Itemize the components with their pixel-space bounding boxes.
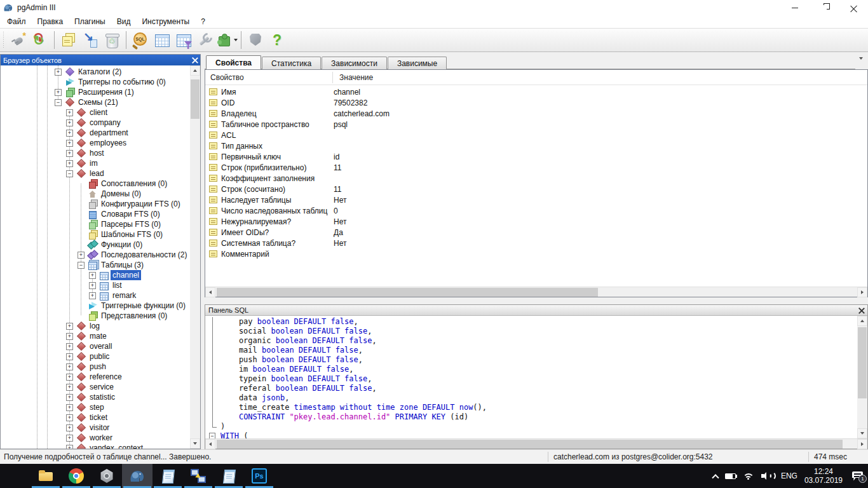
- scrollbar-thumb[interactable]: [217, 440, 843, 449]
- column-header-property[interactable]: Свойство: [210, 72, 333, 83]
- property-row[interactable]: Коэффициент заполнения: [205, 173, 867, 184]
- property-row[interactable]: Число наследованных таблиц0: [205, 205, 867, 216]
- collapse-icon[interactable]: −: [55, 99, 62, 106]
- tree-item[interactable]: +mate: [1, 331, 190, 341]
- tree-item[interactable]: +visitor: [1, 423, 190, 433]
- scrollbar-track[interactable]: [215, 439, 857, 449]
- battery-icon[interactable]: [725, 473, 736, 479]
- toolbar-maintenance-button[interactable]: [194, 30, 216, 50]
- tree-item[interactable]: Триггерные функции (0): [1, 301, 190, 311]
- pgadmin-taskbar-button[interactable]: [122, 464, 153, 488]
- expand-icon[interactable]: +: [66, 343, 73, 350]
- tree-item[interactable]: Функции (0): [1, 240, 190, 250]
- expand-icon[interactable]: +: [66, 160, 73, 167]
- collapse-icon[interactable]: −: [66, 170, 73, 177]
- scrollbar-track[interactable]: [190, 76, 200, 438]
- chrome-taskbar-button[interactable]: [61, 464, 92, 488]
- toolbar-paste-button[interactable]: ↘: [79, 30, 101, 50]
- tree-item[interactable]: Шаблоны FTS (0): [1, 229, 190, 240]
- notifications-icon[interactable]: 1: [852, 471, 863, 481]
- expand-icon[interactable]: +: [66, 130, 73, 137]
- tree-item[interactable]: +remark: [1, 290, 190, 301]
- property-row[interactable]: Имяchannel: [205, 86, 867, 97]
- tree-item[interactable]: Парсеры FTS (0): [1, 219, 190, 229]
- tree-item[interactable]: +list: [1, 280, 190, 290]
- menu-item-4[interactable]: Инструменты: [136, 15, 195, 28]
- toolbar-view-data-button[interactable]: [151, 30, 173, 50]
- sql-vscrollbar[interactable]: [857, 316, 867, 438]
- start-taskbar-button[interactable]: [0, 464, 31, 488]
- tree-item[interactable]: +Последовательности (2): [1, 250, 190, 260]
- menu-item-0[interactable]: Файл: [1, 15, 32, 28]
- remote-desktop-taskbar-button[interactable]: [183, 464, 214, 488]
- minimize-button[interactable]: [780, 0, 810, 15]
- sql-panel-close-icon[interactable]: [858, 308, 864, 313]
- property-row[interactable]: Нежурналируемая?Нет: [205, 216, 867, 227]
- tree-item[interactable]: +log: [1, 321, 190, 331]
- property-row[interactable]: Строк (приблизительно)11: [205, 162, 867, 173]
- property-row[interactable]: Первичный ключid: [205, 151, 867, 162]
- toolbar-filtered-view-button[interactable]: [173, 30, 194, 50]
- scroll-up-icon[interactable]: [190, 65, 200, 76]
- gray-hex-app-taskbar-button[interactable]: [92, 464, 122, 488]
- toolbar-context-help-button[interactable]: [245, 30, 266, 50]
- expand-icon[interactable]: +: [66, 333, 73, 340]
- tab-2[interactable]: Зависимости: [322, 57, 387, 71]
- expand-icon[interactable]: +: [78, 252, 85, 259]
- expand-icon[interactable]: +: [89, 282, 96, 289]
- property-row[interactable]: Тип данных: [205, 140, 867, 151]
- tab-1[interactable]: Статистика: [262, 57, 321, 71]
- property-row[interactable]: ACL: [205, 130, 867, 140]
- tree-item[interactable]: +push: [1, 362, 190, 372]
- property-row[interactable]: Системная таблица?Нет: [205, 238, 867, 248]
- scrollbar-track[interactable]: [857, 326, 867, 428]
- tab-3[interactable]: Зависимые: [388, 57, 447, 71]
- menu-item-1[interactable]: Правка: [32, 15, 69, 28]
- expand-icon[interactable]: +: [66, 353, 73, 360]
- wifi-icon[interactable]: [743, 472, 754, 480]
- fold-collapse-icon[interactable]: −: [209, 433, 215, 438]
- scroll-right-icon[interactable]: [857, 439, 867, 449]
- expand-icon[interactable]: +: [66, 424, 73, 431]
- tree-item[interactable]: Представления (0): [1, 311, 190, 321]
- panel-list-dropdown-icon[interactable]: [859, 60, 863, 69]
- tree-item[interactable]: +public: [1, 351, 190, 362]
- expand-icon[interactable]: +: [66, 119, 73, 126]
- tree-item[interactable]: +Каталоги (2): [1, 67, 190, 77]
- collapse-icon[interactable]: −: [78, 262, 85, 269]
- property-row[interactable]: Владелецcatcherlead.com: [205, 108, 867, 119]
- toolbar-connect-button[interactable]: *: [8, 30, 29, 50]
- properties-hscrollbar[interactable]: [205, 287, 867, 297]
- dropdown-arrow-icon[interactable]: [234, 39, 238, 41]
- toolbar-plugins-button[interactable]: [216, 30, 238, 50]
- property-row[interactable]: Табличное пространствоpsql: [205, 119, 867, 130]
- tree-item[interactable]: Сопоставления (0): [1, 179, 190, 189]
- scrollbar-thumb[interactable]: [858, 327, 867, 398]
- expand-icon[interactable]: +: [66, 384, 73, 391]
- notepad-taskbar-button[interactable]: [153, 464, 183, 488]
- tree-item[interactable]: +Расширения (1): [1, 87, 190, 97]
- column-header-value[interactable]: Значение: [333, 73, 373, 82]
- tree-item[interactable]: Триггеры по событию (0): [1, 77, 190, 87]
- tree-item[interactable]: +reference: [1, 372, 190, 382]
- scroll-down-icon[interactable]: [190, 438, 200, 449]
- expand-icon[interactable]: +: [66, 323, 73, 330]
- expand-icon[interactable]: +: [55, 89, 62, 96]
- scroll-down-icon[interactable]: [857, 428, 867, 438]
- property-row[interactable]: Строк (сосчитано)11: [205, 184, 867, 194]
- scrollbar-thumb[interactable]: [217, 288, 598, 297]
- toolbar-refresh-button[interactable]: ↻↻: [29, 30, 51, 50]
- scroll-left-icon[interactable]: [205, 287, 215, 297]
- scrollbar-thumb[interactable]: [191, 79, 200, 119]
- tree-item[interactable]: +service: [1, 382, 190, 392]
- tree-item[interactable]: Словари FTS (0): [1, 209, 190, 219]
- expand-icon[interactable]: +: [66, 435, 73, 442]
- property-row[interactable]: Имеет OIDы?Да: [205, 227, 867, 238]
- photoshop-taskbar-button[interactable]: Ps: [244, 464, 275, 488]
- restore-button[interactable]: [810, 0, 839, 15]
- expand-icon[interactable]: +: [66, 150, 73, 157]
- tree-item[interactable]: +worker: [1, 433, 190, 443]
- tree-item[interactable]: +host: [1, 148, 190, 158]
- property-row[interactable]: OID79502382: [205, 97, 867, 108]
- tray-expand-icon[interactable]: [712, 474, 719, 481]
